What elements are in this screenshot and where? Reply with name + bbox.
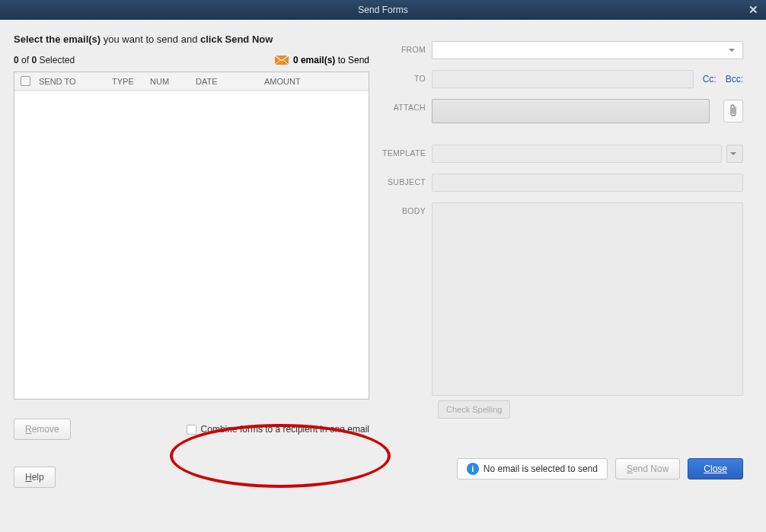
label-template: TEMPLATE bbox=[377, 145, 432, 158]
check-spelling-button[interactable]: Check Spelling bbox=[438, 400, 510, 419]
col-num[interactable]: NUM bbox=[150, 77, 196, 86]
info-icon: i bbox=[467, 463, 479, 475]
chevron-down-icon bbox=[729, 49, 735, 52]
instruction-mid: you want to send and bbox=[101, 33, 200, 45]
footer-row: i No email is selected to send Send Now … bbox=[377, 458, 743, 479]
selected-status: 0 of 0 Selected bbox=[14, 55, 75, 65]
col-date[interactable]: DATE bbox=[196, 77, 264, 86]
tosend-status: 0 email(s) to Send bbox=[275, 55, 369, 65]
template-field[interactable] bbox=[432, 145, 722, 163]
window-title: Send Forms bbox=[358, 5, 407, 15]
combine-option[interactable]: Combine forms to a recipient in one emai… bbox=[187, 424, 369, 435]
col-checkbox[interactable] bbox=[14, 76, 36, 86]
status-row: 0 of 0 Selected 0 email(s) to Send bbox=[14, 55, 369, 65]
instruction-text: Select the email(s) you want to send and… bbox=[14, 33, 369, 45]
attach-button[interactable] bbox=[723, 100, 743, 123]
row-to: TO Cc: Bcc: bbox=[377, 70, 743, 88]
to-field[interactable] bbox=[432, 70, 694, 88]
row-subject: SUBJECT bbox=[377, 174, 743, 192]
title-bar: Send Forms ✕ bbox=[0, 0, 766, 20]
label-to: TO bbox=[377, 70, 432, 83]
right-panel: FROM TO Cc: Bcc: ATTACH bbox=[377, 20, 766, 532]
subject-field[interactable] bbox=[432, 174, 743, 192]
combine-checkbox[interactable] bbox=[187, 425, 196, 435]
spell-row: Check Spelling bbox=[438, 400, 743, 419]
close-icon[interactable]: ✕ bbox=[748, 3, 758, 17]
chevron-down-icon bbox=[730, 152, 736, 155]
label-from: FROM bbox=[377, 41, 432, 54]
send-now-button[interactable]: Send Now bbox=[615, 458, 680, 479]
paperclip-icon bbox=[729, 104, 738, 118]
bcc-link[interactable]: Bcc: bbox=[726, 74, 743, 84]
instruction-bold1: Select the email(s) bbox=[14, 33, 101, 45]
col-amount[interactable]: AMOUNT bbox=[264, 77, 325, 86]
col-sendto[interactable]: SEND TO bbox=[36, 77, 112, 86]
email-table: SEND TO TYPE NUM DATE AMOUNT bbox=[14, 72, 369, 400]
label-body: BODY bbox=[377, 202, 432, 215]
template-dropdown-btn[interactable] bbox=[726, 145, 743, 163]
left-bottom-row: Remove Combine forms to a recipient in o… bbox=[14, 416, 369, 442]
label-subject: SUBJECT bbox=[377, 174, 432, 186]
from-dropdown[interactable] bbox=[432, 41, 743, 59]
remove-button[interactable]: Remove bbox=[14, 419, 71, 440]
row-attach: ATTACH bbox=[377, 99, 743, 123]
body-textarea[interactable] bbox=[432, 202, 743, 396]
envelope-icon bbox=[275, 56, 289, 65]
help-button[interactable]: Help bbox=[14, 467, 56, 488]
help-row: Help bbox=[14, 467, 369, 488]
info-text: No email is selected to send bbox=[484, 464, 598, 474]
combine-label: Combine forms to a recipient in one emai… bbox=[201, 424, 369, 435]
close-button[interactable]: Close bbox=[688, 458, 743, 479]
left-panel: Select the email(s) you want to send and… bbox=[0, 20, 377, 532]
row-template: TEMPLATE bbox=[377, 145, 743, 163]
attach-dropzone[interactable] bbox=[432, 99, 710, 123]
instruction-bold2: click Send Now bbox=[200, 33, 273, 45]
info-message: i No email is selected to send bbox=[457, 458, 608, 479]
cc-link[interactable]: Cc: bbox=[703, 74, 717, 84]
table-header: SEND TO TYPE NUM DATE AMOUNT bbox=[14, 72, 369, 91]
table-body bbox=[14, 91, 369, 399]
row-from: FROM bbox=[377, 41, 743, 59]
label-attach: ATTACH bbox=[377, 99, 432, 112]
row-body: BODY bbox=[377, 202, 743, 396]
col-type[interactable]: TYPE bbox=[112, 77, 150, 86]
content-area: Select the email(s) you want to send and… bbox=[0, 20, 766, 532]
